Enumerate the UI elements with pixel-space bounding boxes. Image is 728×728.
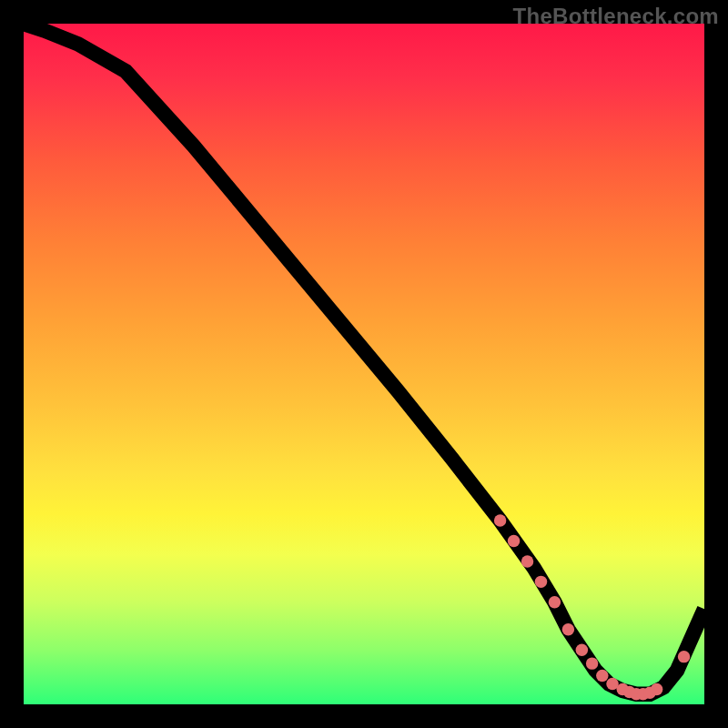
bottleneck-curve: [24, 24, 704, 694]
watermark-text: TheBottleneck.com: [513, 4, 719, 29]
highlight-marker: [562, 623, 574, 635]
highlight-marker: [678, 651, 690, 662]
highlight-marker: [508, 535, 520, 547]
highlight-marker: [596, 670, 608, 682]
highlight-marker: [494, 514, 506, 526]
highlight-marker: [651, 683, 662, 695]
highlight-marker: [586, 657, 598, 669]
chart-frame: TheBottleneck.com: [0, 0, 728, 728]
highlight-marker: [521, 555, 533, 567]
highlight-marker: [549, 596, 561, 608]
highlight-marker: [535, 576, 547, 588]
curve-layer: [24, 24, 704, 704]
highlight-marker: [576, 643, 588, 655]
plot-area: [24, 24, 704, 704]
